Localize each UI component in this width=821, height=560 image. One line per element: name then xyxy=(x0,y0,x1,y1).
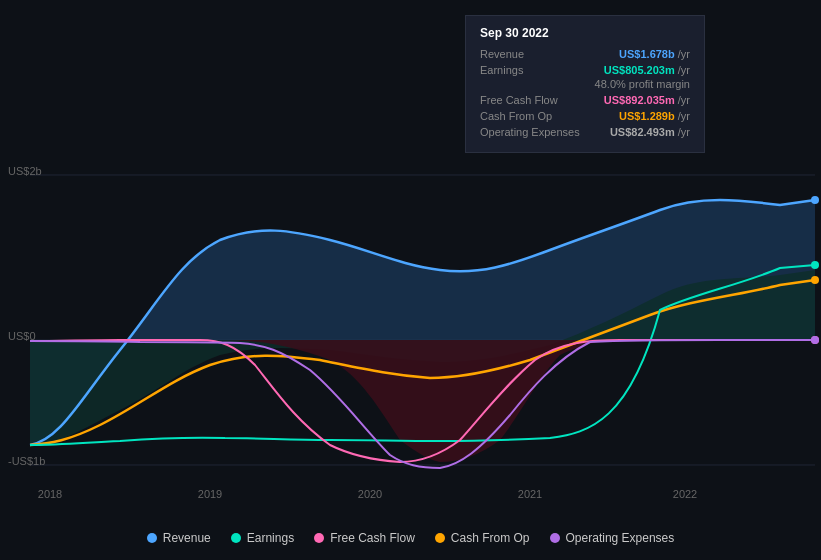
tooltip-revenue-label: Revenue xyxy=(480,48,524,60)
y-label-mid: US$0 xyxy=(8,330,36,342)
tooltip-fcf-row: Free Cash Flow US$892.035m /yr xyxy=(480,94,690,106)
legend-opex-label: Operating Expenses xyxy=(566,531,675,545)
chart-legend: Revenue Earnings Free Cash Flow Cash Fro… xyxy=(0,531,821,545)
tooltip-fcf-value: US$892.035m /yr xyxy=(604,94,690,106)
tooltip-earnings-label: Earnings xyxy=(480,64,523,76)
tooltip-date: Sep 30 2022 xyxy=(480,26,690,40)
tooltip-revenue-value: US$1.678b /yr xyxy=(619,48,690,60)
legend-fcf[interactable]: Free Cash Flow xyxy=(314,531,415,545)
data-tooltip: Sep 30 2022 Revenue US$1.678b /yr Earnin… xyxy=(465,15,705,153)
legend-opex-dot xyxy=(550,533,560,543)
legend-earnings[interactable]: Earnings xyxy=(231,531,294,545)
tooltip-revenue-row: Revenue US$1.678b /yr xyxy=(480,48,690,60)
tooltip-profit-margin: 48.0% profit margin xyxy=(480,78,690,90)
y-label-bot: -US$1b xyxy=(8,455,45,467)
tooltip-cashop-row: Cash From Op US$1.289b /yr xyxy=(480,110,690,122)
legend-cashop-dot xyxy=(435,533,445,543)
legend-fcf-label: Free Cash Flow xyxy=(330,531,415,545)
chart-container: US$2b US$0 -US$1b 2018 2019 2020 2021 20… xyxy=(0,0,821,560)
svg-point-6 xyxy=(811,261,819,269)
legend-revenue[interactable]: Revenue xyxy=(147,531,211,545)
x-label-2018: 2018 xyxy=(38,488,62,500)
tooltip-earnings-value: US$805.203m /yr xyxy=(604,64,690,76)
legend-revenue-dot xyxy=(147,533,157,543)
svg-point-4 xyxy=(811,196,819,204)
tooltip-cashop-label: Cash From Op xyxy=(480,110,552,122)
tooltip-fcf-label: Free Cash Flow xyxy=(480,94,558,106)
legend-revenue-label: Revenue xyxy=(163,531,211,545)
tooltip-opex-label: Operating Expenses xyxy=(480,126,580,138)
x-label-2022: 2022 xyxy=(673,488,697,500)
legend-earnings-dot xyxy=(231,533,241,543)
x-label-2019: 2019 xyxy=(198,488,222,500)
tooltip-opex-row: Operating Expenses US$82.493m /yr xyxy=(480,126,690,138)
tooltip-opex-value: US$82.493m /yr xyxy=(610,126,690,138)
svg-point-5 xyxy=(811,276,819,284)
tooltip-earnings-row: Earnings US$805.203m /yr xyxy=(480,64,690,76)
x-label-2021: 2021 xyxy=(518,488,542,500)
x-label-2020: 2020 xyxy=(358,488,382,500)
y-label-top: US$2b xyxy=(8,165,42,177)
legend-cashop[interactable]: Cash From Op xyxy=(435,531,530,545)
legend-fcf-dot xyxy=(314,533,324,543)
legend-opex[interactable]: Operating Expenses xyxy=(550,531,675,545)
svg-point-8 xyxy=(811,336,819,344)
legend-cashop-label: Cash From Op xyxy=(451,531,530,545)
legend-earnings-label: Earnings xyxy=(247,531,294,545)
tooltip-cashop-value: US$1.289b /yr xyxy=(619,110,690,122)
